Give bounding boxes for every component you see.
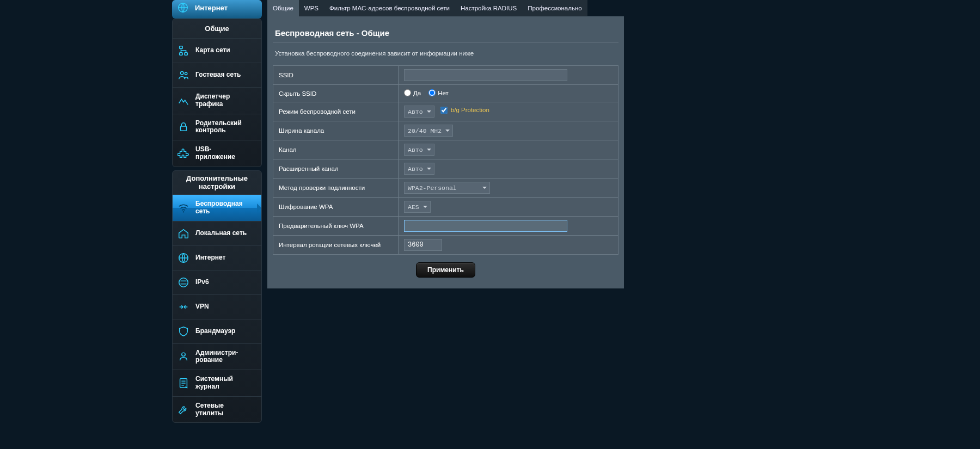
guest-icon: [177, 69, 190, 82]
sidebar-item-internet[interactable]: Интернет: [173, 245, 261, 270]
globe-icon: [177, 251, 190, 265]
rotate-input[interactable]: [404, 239, 442, 251]
sidebar-panel-general: Общие Карта сети Гостевая сеть Диспетчер…: [172, 19, 262, 167]
admin-icon: [177, 350, 190, 363]
sidebar-item-tools[interactable]: Сетевые утилиты: [173, 396, 261, 423]
bg-protection-checkbox[interactable]: [440, 107, 448, 114]
shield-icon: [177, 325, 190, 338]
radio-hide-no[interactable]: Нет: [428, 89, 449, 96]
svg-point-5: [185, 72, 187, 75]
sidebar-item-label: Интернет: [195, 254, 225, 262]
traffic-icon: [177, 94, 190, 107]
puzzle-icon: [177, 147, 190, 160]
sidebar-item-log[interactable]: Системный журнал: [173, 370, 261, 396]
label-ssid: SSID: [273, 66, 399, 85]
enc-select[interactable]: AES: [404, 201, 431, 213]
tab-bar: Общие WPS Фильтр MAC-адресов беспроводно…: [267, 0, 624, 16]
sidebar-item-wireless[interactable]: Беспроводная сеть: [173, 194, 261, 221]
mode-select[interactable]: Авто: [404, 106, 434, 118]
vpn-icon: [177, 300, 190, 313]
label-psk: Предварительный ключ WPA: [273, 217, 399, 236]
sidebar-item-lan[interactable]: Локальная сеть: [173, 221, 261, 245]
sidebar-item-label: Локальная сеть: [195, 230, 247, 237]
page-description: Установка беспроводного соединения завис…: [273, 42, 618, 61]
lock-icon: [177, 120, 190, 133]
label-enc: Шифрование WPA: [273, 198, 399, 217]
sidebar-item-traffic[interactable]: Диспетчер трафика: [173, 87, 261, 114]
ipv6-icon: [177, 276, 190, 289]
wifi-icon: [177, 201, 190, 214]
sidebar-item-guest[interactable]: Гостевая сеть: [173, 63, 261, 87]
sidebar-item-label: Гостевая сеть: [195, 71, 241, 79]
svg-rect-2: [180, 53, 183, 56]
sidebar-panel-advanced: Дополнительные настройки Беспроводная се…: [172, 170, 262, 423]
sidebar-item-parental[interactable]: Родительский контроль: [173, 114, 261, 140]
globe-icon: [176, 1, 189, 14]
sidebar-item-vpn[interactable]: VPN: [173, 294, 261, 319]
tab-professional[interactable]: Профессионально: [522, 0, 587, 16]
svg-rect-1: [180, 46, 183, 49]
label-mode: Режим беспроводной сети: [273, 102, 399, 121]
tab-mac-filter[interactable]: Фильтр MAC-адресов беспроводной сети: [324, 0, 455, 16]
sidebar-item-usb[interactable]: USB- приложение: [173, 140, 261, 167]
label-width: Ширина канала: [273, 121, 399, 140]
sidebar-item-label: Диспетчер трафика: [195, 93, 230, 108]
tab-general[interactable]: Общие: [267, 0, 299, 16]
ssid-input[interactable]: [404, 69, 567, 81]
sidebar-item-label: Родительский контроль: [195, 120, 242, 135]
ext-channel-select[interactable]: Авто: [404, 163, 434, 175]
svg-point-4: [181, 72, 184, 75]
label-channel: Канал: [273, 140, 399, 159]
sidebar: Интернет Общие Карта сети Гостевая сеть …: [172, 0, 262, 426]
label-hide-ssid: Скрыть SSID: [273, 85, 399, 102]
home-icon: [177, 227, 190, 240]
page-title: Беспроводная сеть - Общие: [273, 22, 618, 42]
sidebar-header-advanced: Дополнительные настройки: [173, 171, 261, 194]
label-rotate: Интервал ротации сетевых ключей: [273, 236, 399, 255]
width-select[interactable]: 20/40 MHz: [404, 125, 453, 137]
sidebar-header-general: Общие: [173, 19, 261, 38]
svg-point-10: [182, 353, 185, 356]
sidebar-item-ipv6[interactable]: IPv6: [173, 270, 261, 294]
network-map-icon: [177, 44, 190, 57]
sidebar-item-label: IPv6: [195, 279, 209, 286]
apply-button[interactable]: Применить: [416, 262, 475, 278]
svg-rect-3: [185, 53, 188, 56]
sidebar-item-label: Системный журнал: [195, 376, 233, 391]
sidebar-item-firewall[interactable]: Брандмауэр: [173, 319, 261, 343]
sidebar-item-label: Интернет: [195, 4, 228, 12]
sidebar-item-label: Карта сети: [195, 47, 230, 54]
sidebar-item-label: Брандмауэр: [195, 328, 235, 335]
svg-point-7: [183, 211, 184, 212]
svg-rect-6: [181, 126, 187, 131]
label-auth: Метод проверки подлинности: [273, 179, 399, 198]
svg-point-9: [179, 278, 188, 287]
log-icon: [177, 377, 190, 390]
radio-hide-yes[interactable]: Да: [404, 89, 421, 96]
tab-radius[interactable]: Настройка RADIUS: [455, 0, 522, 16]
sidebar-item-network-map[interactable]: Карта сети: [173, 38, 261, 63]
sidebar-item-label: Администри- рование: [195, 349, 238, 365]
sidebar-item-label: Беспроводная сеть: [195, 200, 243, 216]
content-panel: Беспроводная сеть - Общие Установка бесп…: [267, 16, 624, 288]
auth-select[interactable]: WPA2-Personal: [404, 182, 490, 194]
tab-wps[interactable]: WPS: [299, 0, 324, 16]
sidebar-item-label: USB- приложение: [195, 146, 235, 161]
bg-protection-label: b/g Protection: [451, 107, 489, 113]
tools-icon: [177, 403, 190, 416]
sidebar-item-label: Сетевые утилиты: [195, 402, 224, 417]
psk-input[interactable]: [404, 220, 567, 232]
sidebar-item-internet-top[interactable]: Интернет: [172, 0, 262, 19]
settings-table: SSID Скрыть SSID Да Нет Режим беспроводн…: [273, 65, 618, 255]
main-area: Общие WPS Фильтр MAC-адресов беспроводно…: [267, 0, 624, 426]
channel-select[interactable]: Авто: [404, 144, 434, 156]
label-ext-channel: Расширенный канал: [273, 159, 399, 179]
sidebar-item-label: VPN: [195, 303, 209, 311]
sidebar-item-admin[interactable]: Администри- рование: [173, 343, 261, 370]
